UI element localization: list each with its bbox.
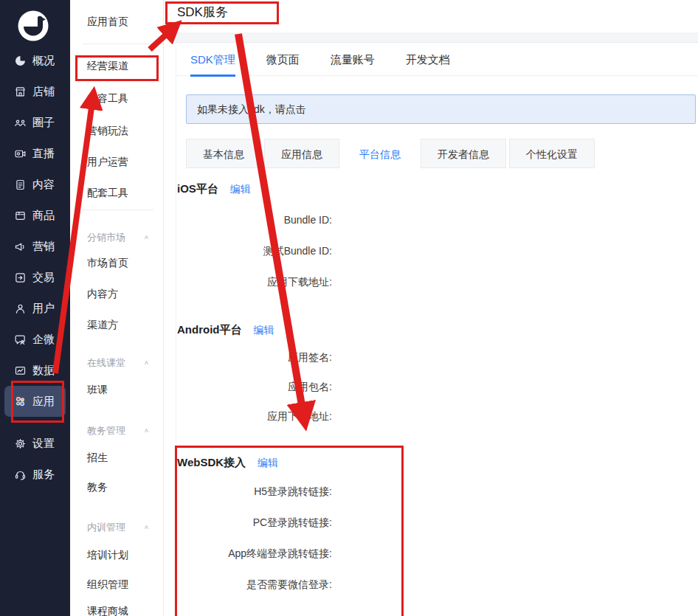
submenu-item-user-operation[interactable]: 用户运营 bbox=[87, 155, 128, 169]
sidebar-item-marketing[interactable]: 营销 bbox=[0, 231, 70, 262]
submenu-item-app-home[interactable]: 应用首页 bbox=[87, 15, 128, 29]
section-title: Android平台 bbox=[177, 323, 242, 336]
edit-link[interactable]: 编辑 bbox=[258, 457, 278, 468]
submenu-item-enrollment[interactable]: 招生 bbox=[87, 451, 108, 465]
sidebar-item-label: 内容 bbox=[32, 178, 55, 192]
duck-logo-icon bbox=[17, 10, 49, 42]
field-label: Bundle ID: bbox=[184, 204, 332, 235]
sidebar-item-shop[interactable]: 店铺 bbox=[0, 76, 70, 107]
field-label: 测试Bundle ID: bbox=[184, 235, 332, 266]
section-android-platform: Android平台编辑 应用签名: 应用包名: 应用下载地址: bbox=[177, 322, 683, 431]
tab-micro-page[interactable]: 微页面 bbox=[266, 43, 300, 75]
sidebar-item-label: 圈子 bbox=[32, 116, 55, 130]
subtab-app-info[interactable]: 应用信息 bbox=[264, 139, 339, 168]
tab-traffic-account[interactable]: 流量账号 bbox=[331, 43, 375, 75]
submenu-section-distribution[interactable]: 分销市场 ∧ bbox=[87, 231, 149, 243]
submenu-section-label: 分销市场 bbox=[87, 231, 125, 243]
people-icon bbox=[14, 117, 27, 129]
submenu-section-label: 教务管理 bbox=[87, 424, 125, 437]
trade-arrow-icon bbox=[14, 271, 27, 284]
form-row: App终端登录跳转链接: bbox=[177, 538, 683, 569]
submenu-item-business-channel[interactable]: 经营渠道 bbox=[87, 59, 128, 73]
sidebar-item-apps[interactable]: 应用 bbox=[4, 386, 66, 417]
apps-grid-icon bbox=[14, 395, 27, 408]
sidebar-item-users[interactable]: 用户 bbox=[0, 293, 70, 324]
submenu-item-org-management[interactable]: 组织管理 bbox=[87, 578, 128, 592]
user-icon bbox=[14, 302, 27, 315]
form-row: PC登录跳转链接: bbox=[177, 507, 683, 538]
tab-sdk-management[interactable]: SDK管理 bbox=[190, 43, 235, 77]
document-icon bbox=[14, 179, 27, 191]
sidebar-item-goods[interactable]: 商品 bbox=[0, 200, 70, 231]
submenu-item-marketing-play[interactable]: 营销玩法 bbox=[87, 124, 128, 138]
sdk-notice-banner[interactable]: 如果未接入sdk，请点击 bbox=[186, 94, 696, 124]
field-label: 应用下载地址: bbox=[184, 266, 332, 297]
app-logo[interactable] bbox=[17, 10, 49, 42]
gear-icon bbox=[14, 437, 27, 450]
submenu-item-support-tools[interactable]: 配套工具 bbox=[87, 186, 128, 200]
submenu-item-channel-side[interactable]: 渠道方 bbox=[87, 318, 118, 332]
chevron-up-icon: ∧ bbox=[144, 358, 149, 368]
sidebar-item-circle[interactable]: 圈子 bbox=[0, 107, 70, 138]
sidebar-item-service[interactable]: 服务 bbox=[0, 459, 70, 490]
submenu-divider bbox=[83, 210, 153, 210]
sidebar-item-label: 直播 bbox=[32, 147, 55, 161]
sidebar-item-settings[interactable]: 设置 bbox=[0, 428, 70, 459]
section-title: WebSDK接入 bbox=[177, 456, 246, 468]
sidebar-item-wecom[interactable]: 企微 bbox=[0, 324, 70, 355]
submenu-section-training[interactable]: 内训管理 ∧ bbox=[87, 521, 149, 533]
edit-link[interactable]: 编辑 bbox=[230, 183, 251, 195]
section-websdk: WebSDK接入编辑 H5登录跳转链接: PC登录跳转链接: App终端登录跳转… bbox=[177, 455, 683, 600]
submenu-divider bbox=[83, 44, 153, 44]
page-title: SDK服务 bbox=[177, 4, 228, 21]
submenu-section-academic[interactable]: 教务管理 ∧ bbox=[87, 424, 149, 437]
submenu-section-online-class[interactable]: 在线课堂 ∧ bbox=[87, 356, 149, 369]
subtab-platform-info[interactable]: 平台信息 bbox=[342, 139, 418, 168]
chat-person-icon bbox=[14, 333, 27, 346]
chevron-up-icon: ∧ bbox=[144, 426, 149, 436]
live-camera-icon bbox=[14, 148, 27, 160]
form-row: H5登录跳转链接: bbox=[177, 476, 683, 507]
section-heading: WebSDK接入编辑 bbox=[177, 455, 683, 470]
section-ios-platform: iOS平台编辑 Bundle ID: 测试Bundle ID: 应用下载地址: bbox=[177, 181, 683, 297]
sidebar-item-label: 数据 bbox=[32, 364, 55, 378]
field-label: 应用下载地址: bbox=[184, 401, 332, 431]
secondary-sidebar: 应用首页 经营渠道 内容工具 营销玩法 用户运营 配套工具 分销市场 ∧ 市场首… bbox=[70, 0, 164, 616]
sidebar-item-trade[interactable]: 交易 bbox=[0, 262, 70, 293]
form-row: 应用下载地址: bbox=[177, 266, 683, 297]
submenu-item-content-side[interactable]: 内容方 bbox=[87, 287, 118, 301]
sidebar-item-live[interactable]: 直播 bbox=[0, 138, 70, 169]
submenu-item-market-home[interactable]: 市场首页 bbox=[87, 256, 128, 270]
sidebar-item-label: 服务 bbox=[32, 468, 55, 482]
sidebar-item-label: 应用 bbox=[32, 395, 55, 409]
content-left-border bbox=[176, 32, 176, 616]
form-row: 应用下载地址: bbox=[177, 401, 683, 431]
main-tabbar: SDK管理 微页面 流量账号 开发文档 bbox=[176, 42, 698, 76]
section-title: iOS平台 bbox=[177, 182, 218, 195]
field-label: 是否需要微信登录: bbox=[184, 569, 332, 600]
sidebar-item-data[interactable]: 数据 bbox=[0, 355, 70, 386]
sidebar-item-content[interactable]: 内容 bbox=[0, 169, 70, 200]
subtab-basic-info[interactable]: 基本信息 bbox=[186, 139, 261, 168]
sidebar-item-label: 交易 bbox=[32, 271, 55, 285]
chevron-up-icon: ∧ bbox=[144, 522, 149, 533]
header-separator bbox=[176, 32, 698, 42]
submenu-item-course-mall[interactable]: 课程商城 bbox=[87, 604, 128, 616]
subtab-developer-info[interactable]: 开发者信息 bbox=[421, 139, 506, 168]
submenu-item-class-course[interactable]: 班课 bbox=[87, 383, 108, 397]
pie-chart-icon bbox=[14, 55, 27, 67]
submenu-item-training-plan[interactable]: 培训计划 bbox=[87, 548, 128, 562]
form-row: 应用包名: bbox=[177, 372, 683, 401]
sidebar-item-label: 概况 bbox=[32, 54, 55, 68]
main-content: SDK服务 SDK管理 微页面 流量账号 开发文档 如果未接入sdk，请点击 基… bbox=[164, 0, 698, 616]
edit-link[interactable]: 编辑 bbox=[254, 324, 274, 336]
sidebar-item-label: 商品 bbox=[32, 209, 55, 223]
tab-dev-docs[interactable]: 开发文档 bbox=[406, 43, 450, 75]
megaphone-icon bbox=[14, 240, 27, 253]
submenu-item-academic-affairs[interactable]: 教务 bbox=[87, 480, 108, 494]
sidebar-item-label: 营销 bbox=[32, 240, 55, 254]
subtab-personalization[interactable]: 个性化设置 bbox=[509, 139, 595, 168]
sidebar-item-overview[interactable]: 概况 bbox=[0, 45, 70, 76]
submenu-item-content-tools[interactable]: 内容工具 bbox=[87, 91, 128, 105]
primary-sidebar: 概况 店铺 圈子 直播 内容 商品 bbox=[0, 0, 70, 616]
